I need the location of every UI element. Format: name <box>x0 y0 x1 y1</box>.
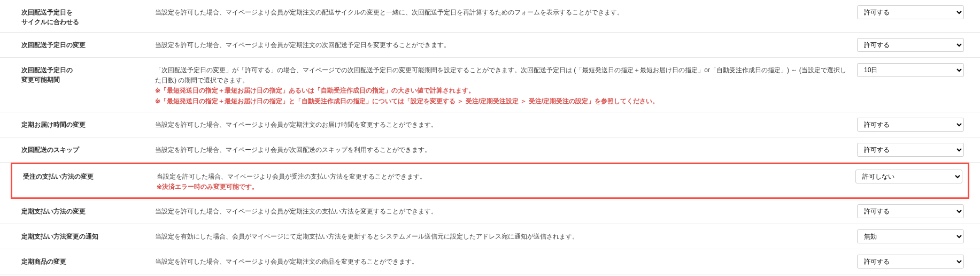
desc-text: 当設定を許可した場合、マイページより会員が受注の支払い方法を変更することができま… <box>157 173 426 180</box>
select-payment-change-notify[interactable]: 無効 <box>857 229 964 243</box>
setting-description: 当設定を許可した場合、マイページより会員が定期注文の商品を変更することができます… <box>155 255 857 267</box>
setting-control: 10日 <box>857 63 980 77</box>
setting-row-cycle-align: 次回配送予定日をサイクルに合わせる 当設定を許可した場合、マイページより会員が定… <box>0 0 980 33</box>
setting-control: 許可する <box>857 255 980 269</box>
setting-label: 定期支払い方法の変更 <box>0 204 155 216</box>
setting-row-product-change: 定期商品の変更 当設定を許可した場合、マイページより会員が定期注文の商品を変更す… <box>0 249 980 274</box>
desc-text: 「次回配送予定日の変更」が「許可する」の場合、マイページでの次回配送予定日の変更… <box>155 66 846 84</box>
setting-row-order-payment-change: 受注の支払い方法の変更 当設定を許可した場合、マイページより会員が受注の支払い方… <box>12 164 968 197</box>
setting-control: 許可する <box>857 204 980 218</box>
setting-description: 当設定を許可した場合、マイページより会員が定期注文の配送サイクルの変更と一緒に、… <box>155 5 857 18</box>
select-subscription-payment-change[interactable]: 許可する <box>857 204 964 218</box>
setting-row-subscription-payment-change: 定期支払い方法の変更 当設定を許可した場合、マイページより会員が定期注文の支払い… <box>0 199 980 224</box>
setting-row-skip-delivery: 次回配送のスキップ 当設定を許可した場合、マイページより会員が次回配送のスキップ… <box>0 137 980 163</box>
alert-note: ※決済エラー時のみ変更可能です。 <box>157 183 258 190</box>
setting-label: 定期お届け時間の変更 <box>0 118 155 129</box>
setting-label: 次回配送のスキップ <box>0 143 155 155</box>
setting-control: 許可する <box>857 143 980 157</box>
setting-description: 当設定を許可した場合、マイページより会員が定期注文の次回配送予定日を変更すること… <box>155 38 857 50</box>
select-delivery-time-change[interactable]: 許可する <box>857 118 964 132</box>
alert-note-2: ※「最短発送日の指定＋最短お届け日の指定」と「自動受注作成日の指定」については「… <box>155 97 659 105</box>
select-cycle-align[interactable]: 許可する <box>857 5 964 19</box>
select-next-delivery-date-change[interactable]: 許可する <box>857 38 964 52</box>
setting-control: 許可する <box>857 38 980 52</box>
select-product-change[interactable]: 許可する <box>857 255 964 269</box>
setting-label: 次回配送予定日をサイクルに合わせる <box>0 5 155 27</box>
setting-description: 当設定を許可した場合、マイページより会員が受注の支払い方法を変更することができま… <box>157 170 855 192</box>
setting-label: 受注の支払い方法の変更 <box>12 170 157 181</box>
setting-control: 許可する <box>857 5 980 19</box>
select-change-period[interactable]: 10日 <box>857 63 964 77</box>
setting-control: 許可しない <box>855 170 968 183</box>
setting-description: 当設定を許可した場合、マイページより会員が定期注文のお届け時間を変更することがで… <box>155 118 857 130</box>
setting-row-next-delivery-date-change: 次回配送予定日の変更 当設定を許可した場合、マイページより会員が定期注文の次回配… <box>0 33 980 58</box>
setting-description: 当設定を許可した場合、マイページより会員が次回配送のスキップを利用することができ… <box>155 143 857 155</box>
setting-description: 当設定を有効にした場合、会員がマイページにて定期支払い方法を更新するとシステムメ… <box>155 229 857 242</box>
select-order-payment-change[interactable]: 許可しない <box>855 170 962 183</box>
settings-table: 次回配送予定日をサイクルに合わせる 当設定を許可した場合、マイページより会員が定… <box>0 0 980 274</box>
setting-label: 次回配送予定日の変更 <box>0 38 155 50</box>
setting-control: 許可する <box>857 118 980 132</box>
alert-note-1: ※「最短発送日の指定＋最短お届け日の指定」あるいは「自動受注作成日の指定」の大き… <box>155 87 475 94</box>
setting-description: 「次回配送予定日の変更」が「許可する」の場合、マイページでの次回配送予定日の変更… <box>155 63 857 106</box>
select-skip-delivery[interactable]: 許可する <box>857 143 964 157</box>
setting-label: 定期支払い方法変更の通知 <box>0 229 155 241</box>
setting-row-change-period: 次回配送予定日の変更可能期間 「次回配送予定日の変更」が「許可する」の場合、マイ… <box>0 58 980 112</box>
setting-label: 次回配送予定日の変更可能期間 <box>0 63 155 85</box>
setting-control: 無効 <box>857 229 980 243</box>
setting-row-payment-change-notify: 定期支払い方法変更の通知 当設定を有効にした場合、会員がマイページにて定期支払い… <box>0 224 980 249</box>
setting-label: 定期商品の変更 <box>0 255 155 266</box>
setting-description: 当設定を許可した場合、マイページより会員が定期注文の支払い方法を変更することがで… <box>155 204 857 217</box>
setting-row-highlight: 受注の支払い方法の変更 当設定を許可した場合、マイページより会員が受注の支払い方… <box>11 163 969 199</box>
setting-row-delivery-time-change: 定期お届け時間の変更 当設定を許可した場合、マイページより会員が定期注文のお届け… <box>0 112 980 137</box>
